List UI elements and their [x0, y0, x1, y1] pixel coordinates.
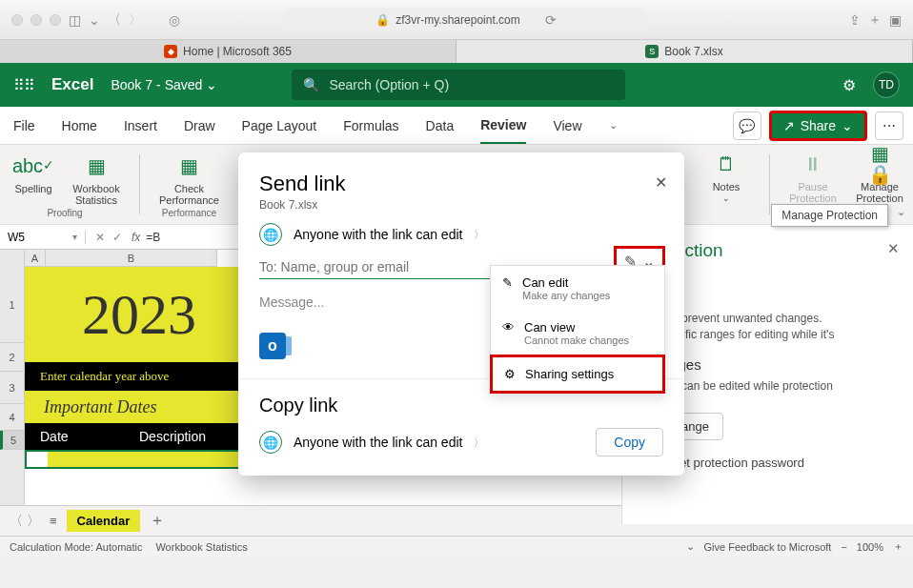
tab-page-layout[interactable]: Page Layout	[242, 109, 317, 143]
chevron-down-icon[interactable]: ⌄	[89, 12, 100, 28]
tab-home[interactable]: Home	[62, 109, 97, 143]
option-can-edit[interactable]: ✎ Can edit Make any changes	[491, 266, 664, 311]
shield-icon[interactable]: ◎	[169, 12, 180, 28]
group-performance: Performance	[162, 208, 216, 218]
enter-icon[interactable]: ✓	[112, 231, 122, 244]
add-sheet-icon[interactable]: ＋	[150, 511, 165, 531]
row-header-5[interactable]: 5	[0, 431, 24, 450]
sidebar-icon[interactable]: ◫	[69, 12, 81, 28]
status-bar: Calculation Mode: Automatic Workbook Sta…	[0, 536, 913, 557]
wb-stats-status[interactable]: Workbook Statistics	[155, 541, 247, 553]
row-header-1[interactable]: 1	[0, 267, 24, 343]
browser-tab-book7[interactable]: S Book 7.xlsx	[456, 40, 913, 63]
row-header-3[interactable]: 3	[0, 372, 24, 404]
traffic-lights	[11, 14, 61, 26]
performance-icon: ▦	[173, 151, 204, 181]
link-settings-row[interactable]: 🌐 Anyone with the link can edit 〉	[259, 223, 663, 246]
chevron-right-icon: 〉	[474, 436, 484, 450]
app-launcher-icon[interactable]: ⠿⠿	[13, 76, 34, 94]
pause-icon: ⏸	[798, 149, 828, 179]
sheet-tab-calendar[interactable]: Calendar	[67, 510, 141, 532]
document-name[interactable]: Book 7 - Saved ⌄	[111, 77, 217, 92]
copy-button[interactable]: Copy	[596, 428, 663, 456]
feedback-link[interactable]: Give Feedback to Microsoft	[704, 541, 832, 553]
calc-mode[interactable]: Calculation Mode: Automatic	[10, 541, 142, 553]
tab-label: Home | Microsoft 365	[183, 45, 292, 58]
eye-icon: 👁	[502, 320, 515, 335]
browser-tab-m365[interactable]: ◆ Home | Microsoft 365	[0, 40, 456, 63]
collapse-ribbon-icon[interactable]: ⌄	[897, 206, 905, 218]
col-date: Date	[25, 429, 139, 444]
scroll-left-icon[interactable]: 〈	[10, 513, 23, 530]
zoom-level: 100%	[857, 541, 883, 553]
pencil-icon: ✎	[502, 275, 513, 290]
row-header-2[interactable]: 2	[0, 343, 24, 372]
chevron-down-icon[interactable]: ⌄	[609, 110, 618, 141]
back-icon[interactable]: 〈	[108, 11, 121, 29]
share-icon[interactable]: ⇪	[849, 12, 861, 28]
tab-label: Book 7.xlsx	[664, 45, 722, 58]
browser-tabs: ◆ Home | Microsoft 365 S Book 7.xlsx	[0, 40, 913, 63]
tab-review[interactable]: Review	[480, 108, 526, 144]
new-tab-icon[interactable]: ＋	[868, 11, 882, 29]
close-icon[interactable]: ✕	[887, 240, 900, 257]
more-button[interactable]: ⋯	[875, 112, 903, 140]
protect-icon: ▦🔒	[864, 149, 895, 179]
tab-data[interactable]: Data	[426, 109, 455, 143]
all-sheets-icon[interactable]: ≡	[50, 514, 57, 528]
avatar[interactable]: TD	[873, 71, 900, 98]
workbook-stats-button[interactable]: ▦ Workbook Statistics	[72, 151, 120, 206]
search-bar[interactable]: 🔍 Search (Option + Q)	[292, 70, 625, 100]
formula-value[interactable]: =B	[146, 231, 160, 244]
maximize-window[interactable]	[50, 14, 61, 26]
option-can-view[interactable]: 👁 Can view Cannot make changes	[491, 311, 664, 355]
globe-icon: 🌐	[259, 223, 282, 246]
m365-icon: ◆	[164, 45, 177, 58]
share-button[interactable]: ↗ Share ⌄	[769, 111, 867, 141]
close-window[interactable]	[11, 14, 23, 26]
copy-link-settings[interactable]: Anyone with the link can edit	[294, 435, 462, 450]
chevron-down-icon: ⌄	[842, 118, 853, 133]
excel-file-icon: S	[645, 45, 659, 58]
reload-icon[interactable]: ⟳	[545, 12, 557, 28]
send-link-dialog: ✕ Send link Book 7.xlsx 🌐 Anyone with th…	[238, 152, 684, 476]
tooltip-manage-protection: Manage Protection	[771, 204, 888, 227]
tab-draw[interactable]: Draw	[184, 109, 215, 143]
close-icon[interactable]: ✕	[655, 173, 667, 192]
row-header-4[interactable]: 4	[0, 404, 24, 431]
spelling-icon: abc✓	[18, 151, 49, 181]
excel-logo: Excel	[51, 75, 93, 94]
lock-icon: 🔒	[375, 13, 390, 27]
tab-formulas[interactable]: Formulas	[343, 109, 398, 143]
check-performance-button[interactable]: ▦ Check Performance	[159, 151, 219, 206]
dialog-filename: Book 7.xlsx	[259, 198, 663, 212]
spelling-button[interactable]: abc✓ Spelling	[10, 151, 57, 206]
search-icon: 🔍	[303, 77, 319, 92]
row-headers: 1 2 3 4 5	[0, 250, 25, 505]
url-text: zf3vr-my.sharepoint.com	[396, 13, 519, 27]
name-box[interactable]: W5 ▾	[0, 231, 86, 244]
ribbon-tabs: File Home Insert Draw Page Layout Formul…	[0, 107, 913, 145]
comments-button[interactable]: 💬	[733, 112, 761, 140]
comment-icon: 💬	[739, 118, 755, 133]
url-bar[interactable]: 🔒 zf3vr-my.sharepoint.com ⟳	[285, 8, 647, 32]
notes-button[interactable]: 🗒 Notes ⌄	[702, 149, 750, 220]
option-sharing-settings[interactable]: ⚙ Sharing settings	[490, 355, 665, 394]
tab-file[interactable]: File	[13, 109, 35, 143]
zoom-out-icon[interactable]: −	[841, 541, 846, 553]
cancel-icon[interactable]: ✕	[95, 231, 105, 244]
tab-view[interactable]: View	[553, 109, 581, 143]
tab-insert[interactable]: Insert	[124, 109, 157, 143]
scroll-right-icon[interactable]: 〉	[27, 513, 40, 530]
gear-icon[interactable]: ⚙	[842, 76, 856, 94]
chevron-right-icon: 〉	[474, 228, 484, 242]
chevron-down-icon[interactable]: ⌄	[686, 540, 695, 553]
col-desc: Description	[139, 429, 206, 444]
notes-icon: 🗒	[711, 149, 741, 179]
zoom-in-icon[interactable]: ＋	[893, 539, 903, 554]
fx-icon[interactable]: fx	[132, 231, 140, 244]
minimize-window[interactable]	[30, 14, 42, 26]
tabs-icon[interactable]: ▣	[889, 12, 902, 28]
gear-icon: ⚙	[504, 367, 516, 381]
outlook-icon[interactable]: o	[259, 333, 286, 359]
